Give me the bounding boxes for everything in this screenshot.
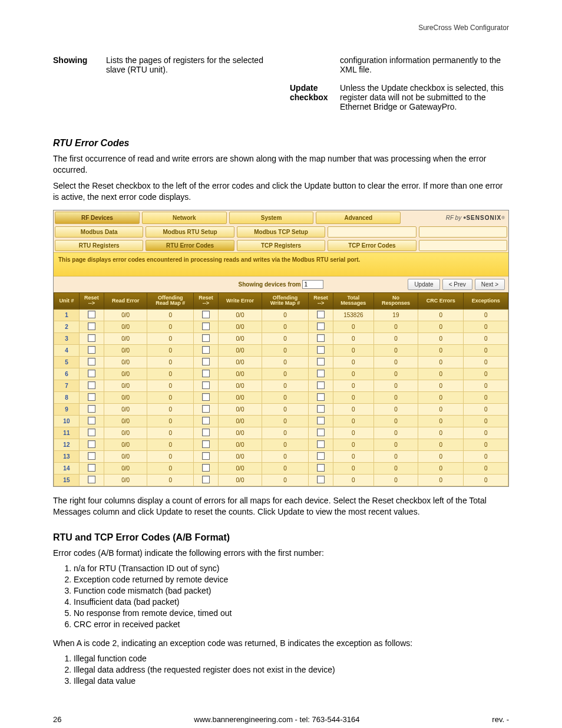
reset-checkbox[interactable]: [317, 334, 325, 342]
reset-checkbox[interactable]: [202, 417, 210, 424]
cell: 0: [464, 404, 508, 416]
nav-system[interactable]: System: [229, 212, 314, 224]
table-header-row: Unit #Reset-->Read ErrorOffendingRead Ma…: [54, 292, 508, 309]
showing-input[interactable]: [302, 280, 323, 289]
reset-checkbox[interactable]: [202, 322, 210, 330]
sub-rtu-registers[interactable]: RTU Registers: [55, 240, 143, 251]
reset-checkbox[interactable]: [202, 464, 210, 472]
col-header: OffendingRead Map #: [147, 292, 193, 309]
reset-checkbox[interactable]: [202, 405, 210, 413]
sub-modbus-rtu-setup[interactable]: Modbus RTU Setup: [146, 226, 234, 238]
reset-checkbox[interactable]: [202, 346, 210, 354]
reset-checkbox[interactable]: [88, 452, 95, 460]
cell: 0: [373, 345, 418, 357]
cell: 0: [418, 392, 464, 404]
reset-checkbox[interactable]: [88, 393, 95, 401]
reset-checkbox[interactable]: [88, 464, 95, 472]
reset-checkbox[interactable]: [88, 381, 95, 389]
reset-cell: [308, 463, 333, 475]
reset-checkbox[interactable]: [202, 370, 210, 377]
reset-checkbox[interactable]: [202, 358, 210, 365]
sub-tcp-error-codes[interactable]: TCP Error Codes: [328, 240, 416, 251]
cell: 0: [373, 392, 418, 404]
nav-network[interactable]: Network: [142, 212, 227, 224]
prev-button[interactable]: < Prev: [442, 279, 472, 290]
reset-checkbox[interactable]: [88, 405, 95, 413]
reset-checkbox[interactable]: [317, 322, 325, 330]
reset-checkbox[interactable]: [88, 440, 95, 448]
sub-modbus-data[interactable]: Modbus Data: [55, 226, 143, 238]
reset-checkbox[interactable]: [88, 346, 95, 354]
cell: 10: [54, 416, 80, 427]
nav-advanced[interactable]: Advanced: [316, 212, 401, 224]
reset-checkbox[interactable]: [202, 429, 210, 436]
cell: 0: [262, 309, 309, 321]
reset-checkbox[interactable]: [202, 393, 210, 401]
reset-checkbox[interactable]: [202, 311, 210, 318]
reset-checkbox[interactable]: [202, 452, 210, 460]
col-header: Read Error: [104, 292, 147, 309]
reset-checkbox[interactable]: [317, 311, 325, 318]
sub-modbus-tcp-setup[interactable]: Modbus TCP Setup: [237, 226, 325, 238]
cell: 0: [464, 357, 508, 368]
reset-checkbox[interactable]: [317, 440, 325, 448]
next-button[interactable]: Next >: [475, 279, 505, 290]
app-screenshot: RF Devices Network System Advanced RF by…: [53, 210, 509, 487]
cell: 0/0: [219, 368, 262, 380]
reset-checkbox[interactable]: [88, 334, 95, 342]
reset-checkbox[interactable]: [317, 405, 325, 413]
reset-checkbox[interactable]: [88, 311, 95, 318]
update-button[interactable]: Update: [408, 279, 439, 290]
reset-cell: [79, 475, 104, 486]
reset-checkbox[interactable]: [317, 358, 325, 365]
page-footer: 26 www.bannerengineering.com - tel: 763-…: [53, 715, 509, 724]
reset-checkbox[interactable]: [317, 464, 325, 472]
nav-rf-devices[interactable]: RF Devices: [55, 212, 140, 224]
reset-checkbox[interactable]: [202, 381, 210, 389]
table-row: 50/000/000000: [54, 357, 508, 368]
cell: 0/0: [104, 475, 147, 486]
desc-showing: Lists the pages of registers for the sel…: [106, 55, 272, 120]
reset-checkbox[interactable]: [317, 429, 325, 436]
reset-checkbox[interactable]: [88, 417, 95, 424]
reset-checkbox[interactable]: [317, 393, 325, 401]
reset-checkbox[interactable]: [317, 346, 325, 354]
reset-checkbox[interactable]: [317, 417, 325, 424]
col-header: NoResponses: [373, 292, 418, 309]
list-item: Function code mismatch (bad packet): [74, 586, 509, 595]
table-row: 140/000/000000: [54, 463, 508, 475]
cell: 0: [464, 368, 508, 380]
cell: 0/0: [104, 463, 147, 475]
cell: 0: [464, 333, 508, 345]
cell: 0: [262, 357, 309, 368]
reset-checkbox[interactable]: [317, 381, 325, 389]
control-row: Showing devices from Update < Prev Next …: [54, 276, 508, 292]
reset-cell: [308, 345, 333, 357]
reset-checkbox[interactable]: [88, 370, 95, 377]
cell: 0/0: [219, 416, 262, 427]
reset-checkbox[interactable]: [88, 322, 95, 330]
table-row: 40/000/000000: [54, 345, 508, 357]
cell: 0/0: [219, 309, 262, 321]
reset-cell: [193, 416, 218, 427]
reset-checkbox[interactable]: [88, 476, 95, 483]
reset-checkbox[interactable]: [202, 334, 210, 342]
reset-cell: [193, 321, 218, 333]
sub-tcp-registers[interactable]: TCP Registers: [237, 240, 325, 251]
reset-checkbox[interactable]: [202, 476, 210, 483]
cell: 0: [464, 380, 508, 392]
col-header: Unit #: [54, 292, 80, 309]
cell: 0: [373, 380, 418, 392]
reset-cell: [193, 463, 218, 475]
reset-checkbox[interactable]: [317, 476, 325, 483]
cell: 0/0: [219, 463, 262, 475]
reset-checkbox[interactable]: [202, 440, 210, 448]
col-header: Reset-->: [193, 292, 218, 309]
sub-rtu-error-codes[interactable]: RTU Error Codes: [146, 240, 234, 251]
reset-cell: [193, 427, 218, 439]
reset-checkbox[interactable]: [88, 358, 95, 365]
reset-checkbox[interactable]: [317, 370, 325, 377]
reset-checkbox[interactable]: [317, 452, 325, 460]
reset-cell: [308, 451, 333, 463]
reset-checkbox[interactable]: [88, 429, 95, 436]
